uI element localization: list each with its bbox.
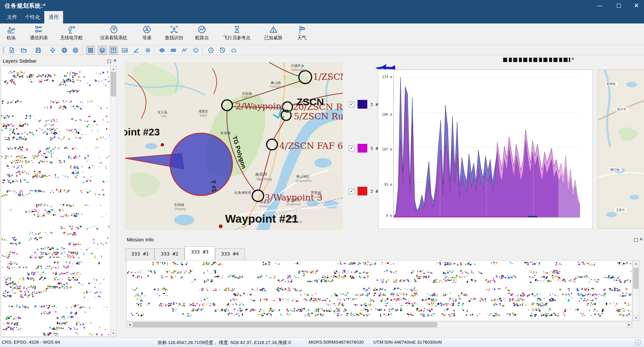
ytick-187: 187 m [379,148,392,151]
ribbon-item-comm-list[interactable]: 通信列表 [30,25,48,41]
legend-row-3: ✓ 3 #3 [349,187,381,195]
toolbar-separator [202,47,203,53]
overview-minimap[interactable]: 蒋巷镇 联圩乡 幽兰镇 五星乡 [598,69,644,229]
layers-scrollbar[interactable]: ▲ ▼ [110,66,117,337]
scrollbar-thumb[interactable] [111,72,116,96]
legend-checkbox-1[interactable]: ✓ [349,102,355,107]
scroll-down-icon[interactable]: ▼ [633,315,639,321]
target-icon[interactable] [71,46,80,55]
ribbon-item-pilot-ref[interactable]: 飞行员参考点 [223,25,251,41]
info-icon[interactable]: i [635,339,641,345]
known-threat-icon [269,25,278,34]
close-panel-icon[interactable]: ✕ [639,238,643,241]
aircraft-icon[interactable] [48,46,57,55]
svg-text:Qingshanhu: Qingshanhu [296,179,312,182]
close-panel-icon[interactable]: ✕ [113,59,117,62]
legend-checkbox-2[interactable]: ✓ [349,146,355,151]
mission-horizontal-scrollbar[interactable]: ◀ ▶ [126,322,632,328]
open-folder-icon[interactable] [19,46,28,55]
ribbon-item-iff[interactable]: 敌我识别 [165,25,183,41]
mission-tab-333-2[interactable]: 333 #2 [155,248,184,262]
ribbon-item-route-point[interactable]: 航路点 [195,25,209,41]
title-bar: 任务规划系统:* — ✕ [0,0,644,11]
mission-table-content[interactable] [126,260,632,321]
close-panel-icon[interactable]: ✕ [571,57,575,61]
svg-text:ZSCN: ZSCN [297,96,324,107]
ribbon-item-radio-nav[interactable]: 无线电导航 [60,25,83,41]
label-ab-icon[interactable]: AB [120,46,129,55]
polyline-icon[interactable] [180,46,189,55]
ribbon-item-ils[interactable]: 仪表着陆系统 [100,25,127,41]
mission-map[interactable]: 大塘坪乡Datangping 象山镇Xiangshan 乐化镇Lehua 安义县… [124,62,343,230]
status-bar: CRS: EPSG: 4326 - WGS 84 坐标:116.4547,28.… [0,338,644,347]
rectangle-icon[interactable] [169,46,178,55]
ytick-280: 280 m [379,113,392,116]
series1-swatch [358,100,367,109]
svg-text:Lehua: Lehua [243,96,251,99]
scroll-up-icon[interactable]: ▲ [633,261,639,267]
crs-status: CRS: EPSG: 4326 - WGS 84 [2,340,60,345]
legend-checkbox-3[interactable]: ✓ [349,188,355,194]
new-file-icon[interactable] [7,46,16,55]
text-icon[interactable] [109,46,118,55]
save-icon[interactable] [34,46,43,55]
grid-icon[interactable] [86,46,95,55]
measure-icon[interactable] [132,46,141,55]
scroll-right-icon[interactable]: ▶ [626,322,632,328]
redacted-panel-title [503,58,570,62]
clock-icon[interactable] [207,46,215,55]
menu-tab-file[interactable]: 文件 [3,11,21,23]
layers-list-content [1,66,109,336]
ribbon-item-tacan[interactable]: 塔康 [142,25,152,41]
ribbon-item-weather[interactable]: 天气 [297,25,307,41]
layers-icon[interactable] [98,46,107,55]
menu-tab-personalize[interactable]: 个性化 [21,11,44,23]
svg-text:Qingyunpu: Qingyunpu [286,203,301,206]
mission-tab-333-1[interactable]: 333 #1 [125,248,155,262]
menu-tab-general[interactable]: 通用 [44,11,63,23]
svg-text:1/ZSCN: 1/ZSCN [313,72,343,82]
elevation-chart-panel[interactable]: 374 m 280 m 187 m 93 m 0 m [378,69,593,229]
map-canvas: 大塘坪乡Datangping 象山镇Xiangshan 乐化镇Lehua 安义县… [124,62,343,230]
polygon-icon[interactable] [192,46,200,55]
ribbon-item-known-threat[interactable]: 已知威胁 [264,25,282,41]
close-button[interactable]: ✕ [629,0,644,11]
range-ring-arc [212,68,217,94]
svg-text:Xiangshan: Xiangshan [270,85,284,88]
svg-text:2/Waypoint: 2/Waypoint [235,101,285,111]
svg-text:大塘坪乡: 大塘坪乡 [291,64,304,68]
cloud-icon[interactable] [229,46,238,55]
svg-text:石岗镇: 石岗镇 [174,203,184,207]
toolbar-separator [82,47,83,53]
minimize-button[interactable]: — [592,0,607,11]
quick-toolbar: AB [0,45,644,55]
globe-icon[interactable] [60,46,69,55]
layers-sidebar-content[interactable] [1,66,110,337]
elevation-profile-chart [393,74,580,219]
toolbar-grip[interactable] [3,47,4,53]
history-icon[interactable] [218,46,227,55]
mission-vertical-scrollbar[interactable]: ▲ ▼ [633,260,639,321]
waypoint-marker-4[interactable] [267,139,277,150]
mission-tab-333-4[interactable]: 333 #4 [215,248,245,262]
scroll-up-icon[interactable]: ▲ [110,66,116,72]
float-panel-icon[interactable] [107,60,111,63]
maximize-button[interactable] [611,0,626,11]
scrollbar-thumb[interactable] [633,268,639,289]
scrollbar-thumb[interactable] [133,322,437,327]
poi-dot [161,143,164,147]
settings-icon[interactable] [144,46,152,55]
coordinate-status: 坐标:116.4547,28.7105经度， 维度: N28 42 37, E1… [158,340,291,346]
window-title: 任务规划系统:* [5,2,46,10]
ellipse-icon[interactable] [158,46,166,55]
ytick-0: 0 m [379,214,392,218]
ribbon-item-airport[interactable]: 机场 [6,25,16,41]
float-panel-icon[interactable] [566,58,569,61]
float-panel-icon[interactable] [634,238,638,242]
tg-polygon-circle[interactable] [170,133,232,195]
scroll-left-icon[interactable]: ◀ [127,322,132,328]
route-point-icon [197,25,207,34]
scroll-down-icon[interactable]: ▼ [110,330,116,336]
radio-nav-icon [67,25,76,34]
svg-text:Datangping: Datangping [291,68,307,71]
